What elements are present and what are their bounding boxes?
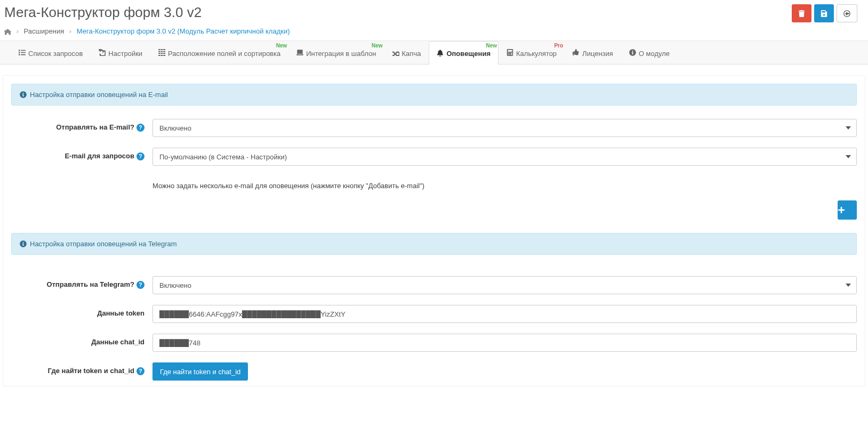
add-email-button[interactable] (838, 200, 857, 220)
laptop-icon (296, 49, 303, 58)
email-requests-label: E-mail для запросов? (11, 148, 152, 160)
breadcrumb: › Расширения › Мега-Конструктор форм 3.0… (0, 25, 868, 41)
trash-icon (798, 10, 805, 17)
breadcrumb-current[interactable]: Мега-Конструктор форм 3.0 v2 (Модуль Рас… (77, 27, 290, 35)
list-icon (19, 49, 26, 58)
email-help-text: Можно задать несколько e-mail для оповещ… (152, 182, 857, 190)
tabs: Список запросовНастройкиРасположение пол… (0, 41, 868, 64)
token-input[interactable] (152, 305, 857, 323)
tab-7[interactable]: Лицензия (565, 41, 621, 64)
tab-6[interactable]: КалькуляторPro (499, 41, 565, 64)
grid-icon (158, 49, 165, 58)
bell-icon (437, 50, 444, 58)
send-telegram-select[interactable]: Включено (152, 276, 857, 294)
info-icon (20, 240, 27, 247)
calculator-icon (507, 49, 513, 58)
telegram-section-header: Настройка отправки оповещений на Telegra… (11, 233, 857, 255)
send-telegram-label: Отправлять на Telegram?? (11, 276, 152, 289)
token-label: Данные token (11, 305, 152, 317)
back-button[interactable] (837, 4, 857, 22)
tab-2[interactable]: Расположение полей и сортировкаNew (150, 41, 288, 64)
tab-0[interactable]: Список запросов (11, 41, 91, 64)
info-icon (629, 49, 636, 58)
help-icon[interactable]: ? (136, 124, 144, 132)
home-icon[interactable] (4, 28, 11, 35)
chatid-label: Данные chat_id (11, 334, 152, 346)
email-section-header: Настройка отправки оповещений на E-mail (11, 84, 857, 106)
email-requests-select[interactable]: По-умолчанию (в Система - Настройки) (152, 148, 857, 166)
puzzle-icon (392, 49, 399, 58)
reply-icon (843, 10, 850, 17)
breadcrumb-extensions[interactable]: Расширения (24, 27, 65, 35)
send-email-select[interactable]: Включено (152, 119, 857, 137)
plus-icon (838, 206, 845, 214)
tab-5[interactable]: ОповещенияNew (429, 41, 499, 64)
thumbs-up-icon (573, 49, 580, 58)
save-icon (821, 10, 827, 17)
page-title: Мега-Конструктор форм 3.0 v2 (4, 4, 202, 21)
tab-1[interactable]: Настройки (91, 41, 150, 64)
save-button[interactable] (814, 4, 834, 22)
tab-8[interactable]: О модуле (621, 41, 678, 64)
help-icon[interactable]: ? (136, 152, 144, 160)
where-find-button[interactable]: Где найти token и chat_id (152, 362, 248, 381)
wrench-icon (99, 49, 106, 58)
help-icon[interactable]: ? (136, 367, 144, 375)
chatid-input[interactable] (152, 334, 857, 352)
delete-button[interactable] (792, 4, 811, 22)
tab-3[interactable]: Интеграция в шаблонNew (288, 41, 384, 64)
info-icon (20, 91, 27, 98)
help-icon[interactable]: ? (136, 281, 144, 289)
where-label: Где найти token и chat_id? (11, 362, 152, 375)
tab-4[interactable]: Капча (384, 41, 429, 64)
send-email-label: Отправлять на E-mail?? (11, 119, 152, 132)
